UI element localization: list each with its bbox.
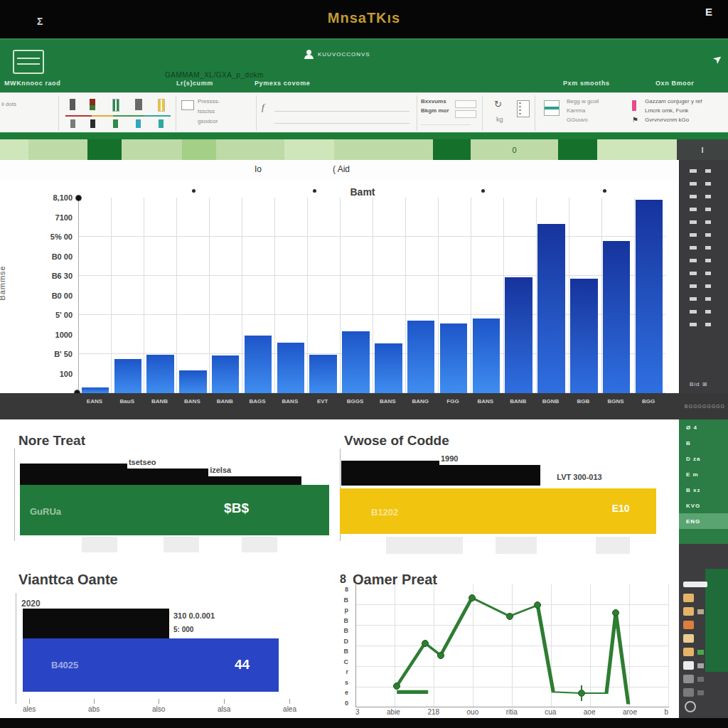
sheet-cell[interactable] bbox=[433, 139, 471, 160]
sheet-cell[interactable] bbox=[87, 139, 122, 160]
sidebar-icon-item[interactable] bbox=[679, 646, 728, 659]
sheet-cell[interactable] bbox=[216, 139, 284, 160]
main-bar-chart[interactable]: Bamt Bammse 8,10071005% 00B0 00B6 30B0 0… bbox=[0, 179, 679, 393]
sidebar-list-item[interactable] bbox=[690, 272, 728, 275]
value-bar[interactable]: GuRUa $B$ bbox=[20, 485, 329, 535]
table-group-label[interactable]: Begg w gcoil bbox=[567, 97, 599, 106]
number-format-select[interactable] bbox=[455, 100, 476, 108]
sidebar-list-item[interactable] bbox=[690, 259, 728, 262]
sidebar-green-item[interactable]: D za bbox=[679, 451, 728, 466]
selection-handle[interactable] bbox=[192, 189, 196, 193]
bar[interactable] bbox=[603, 241, 630, 393]
value-bar[interactable]: B4025 44 bbox=[23, 638, 279, 692]
sidebar-list-item[interactable] bbox=[690, 284, 728, 288]
chart-style-icon[interactable] bbox=[90, 119, 95, 128]
sidebar-icon-item[interactable] bbox=[679, 673, 728, 686]
sidebar-list-item[interactable] bbox=[690, 323, 728, 326]
sidebar-list-item[interactable] bbox=[690, 246, 728, 250]
plot-area[interactable] bbox=[355, 584, 669, 707]
menu-item-view[interactable]: Oxn Bmoor bbox=[655, 80, 694, 87]
menu-item-layout[interactable]: Lr(s)cumm bbox=[176, 80, 213, 87]
sidebar-green-item[interactable]: ENG bbox=[679, 513, 728, 529]
bar[interactable] bbox=[473, 318, 500, 393]
bar[interactable] bbox=[146, 355, 173, 393]
app-logo-icon[interactable] bbox=[13, 50, 44, 74]
menu-item-formulas[interactable]: Pymexs covome bbox=[255, 80, 310, 87]
kpi-card-nore-treat[interactable]: Nore Treat tsetseoizelsa GuRUa $B$ bbox=[14, 429, 331, 553]
menu-item-file[interactable]: MWKnnooc raod bbox=[4, 80, 60, 87]
bar[interactable] bbox=[277, 343, 304, 393]
table-group-label[interactable]: Karrma bbox=[567, 107, 585, 115]
formula-bar-text[interactable]: ( Aid bbox=[333, 164, 350, 174]
styles-label[interactable]: gsodcor bbox=[198, 117, 218, 126]
number-group-label[interactable]: Bkgm mor bbox=[421, 107, 449, 115]
chart-style-icon[interactable] bbox=[90, 99, 95, 110]
flag-icon[interactable]: ⚑ bbox=[632, 116, 638, 124]
sidebar-green-item[interactable]: KVG bbox=[679, 498, 728, 513]
styles-label[interactable]: Pressss- bbox=[198, 97, 220, 106]
chart-style-icon[interactable] bbox=[70, 99, 75, 110]
kg-icon[interactable]: kg bbox=[496, 116, 503, 123]
selection-handle[interactable] bbox=[313, 189, 316, 193]
sheet-cell[interactable]: I bbox=[677, 139, 728, 160]
sidebar-icon-item[interactable] bbox=[679, 592, 728, 605]
sync-circle-icon[interactable] bbox=[685, 701, 696, 712]
window-menu-button[interactable]: E bbox=[705, 6, 712, 18]
formula-input[interactable] bbox=[274, 111, 410, 112]
name-box[interactable]: Io bbox=[255, 164, 262, 174]
number-format-select[interactable] bbox=[455, 110, 476, 118]
sidebar-icon-item[interactable] bbox=[679, 659, 728, 673]
sheet-cell[interactable] bbox=[284, 139, 334, 160]
sidebar-list-item[interactable] bbox=[690, 233, 728, 237]
chart-style-icon[interactable] bbox=[159, 119, 164, 128]
styles-label[interactable]: tssciss bbox=[198, 107, 215, 116]
sidebar-icon-item[interactable] bbox=[679, 619, 728, 632]
share-arrow-icon[interactable]: ➤ bbox=[710, 51, 725, 67]
kpi-card-vianttca-oante[interactable]: Vianttca Oante 2020 B4025 44 alesabsalso… bbox=[14, 567, 333, 718]
sidebar-green-item[interactable]: Ø 4 bbox=[679, 419, 728, 435]
bar[interactable] bbox=[212, 355, 239, 393]
bar[interactable] bbox=[537, 224, 564, 393]
sidebar-icon-panel[interactable] bbox=[679, 544, 728, 718]
bar[interactable] bbox=[245, 336, 272, 393]
sidebar-list-panel[interactable]: Bid ⊞ bbox=[679, 160, 728, 393]
sidebar-green-item[interactable]: B bbox=[679, 435, 728, 451]
bar[interactable] bbox=[636, 200, 663, 393]
bar[interactable] bbox=[440, 323, 467, 393]
sidebar-list-item[interactable] bbox=[690, 208, 728, 211]
bar[interactable] bbox=[114, 359, 141, 393]
sidebar-green-item[interactable]: E m bbox=[679, 466, 728, 482]
cells-group-label[interactable]: Lmcrk omk, Funk bbox=[645, 107, 688, 115]
highlight-icon[interactable] bbox=[632, 100, 636, 111]
selection-handle[interactable] bbox=[603, 189, 606, 193]
chart-style-icon[interactable] bbox=[70, 119, 75, 128]
number-group-label[interactable]: Bxxvums bbox=[421, 97, 446, 106]
bar[interactable] bbox=[570, 279, 597, 393]
formula-input[interactable] bbox=[274, 123, 410, 124]
sidebar-green-item[interactable]: B xz bbox=[679, 482, 728, 498]
sheet-cell[interactable]: 0 bbox=[471, 139, 558, 160]
sidebar-icon-item[interactable] bbox=[679, 632, 728, 646]
table-group-label[interactable]: GGuuvo bbox=[567, 116, 588, 124]
plot-area[interactable] bbox=[78, 198, 665, 393]
sidebar-list-item[interactable] bbox=[690, 195, 728, 198]
line-chart-card[interactable]: 8 Oamer Preat 8BpBBDBCrse0 3abie218ouori… bbox=[334, 567, 679, 718]
sheet-cell[interactable] bbox=[122, 139, 182, 160]
sheet-cell[interactable] bbox=[334, 139, 433, 160]
sidebar-icon-item[interactable] bbox=[679, 605, 728, 619]
chart-style-icon[interactable] bbox=[136, 119, 141, 128]
account-icon[interactable] bbox=[304, 50, 314, 59]
bar[interactable] bbox=[342, 331, 369, 393]
sheet-cell[interactable] bbox=[0, 139, 28, 160]
cells-group-label[interactable]: Gazzam conjuger y ref bbox=[645, 97, 702, 106]
bar[interactable] bbox=[505, 277, 532, 393]
chart-style-icon[interactable] bbox=[113, 119, 118, 128]
sheet-cell[interactable] bbox=[558, 139, 597, 160]
sheet-cell[interactable] bbox=[28, 139, 87, 160]
notebook-icon[interactable] bbox=[517, 100, 530, 117]
chart-style-icon[interactable] bbox=[112, 99, 119, 112]
bar[interactable] bbox=[407, 321, 434, 393]
bar[interactable] bbox=[179, 370, 206, 393]
sidebar-list-item[interactable] bbox=[690, 297, 728, 301]
sheet-cell[interactable] bbox=[597, 139, 677, 160]
